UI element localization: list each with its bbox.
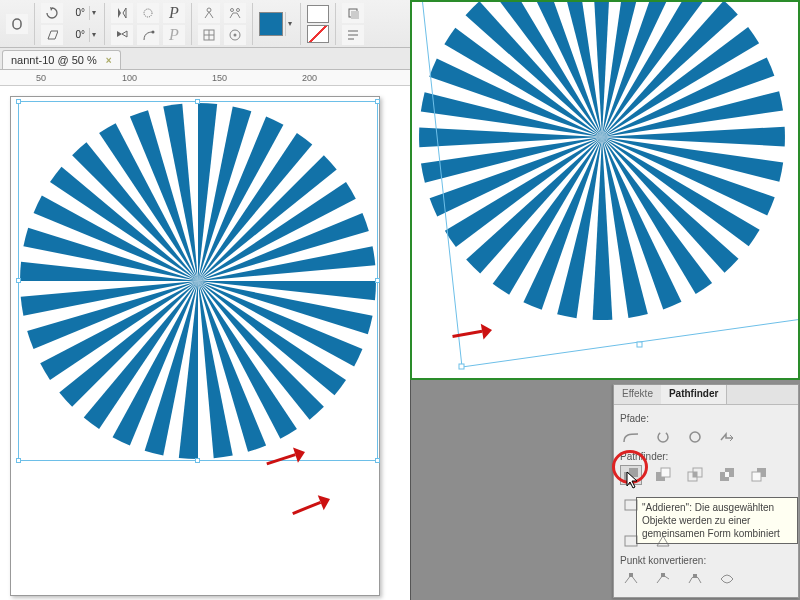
document-tab-label: nannt-10 @ 50 %	[11, 54, 97, 66]
symmetrical-point-icon[interactable]	[716, 569, 738, 589]
fill-dropdown[interactable]: ▾	[285, 12, 294, 36]
svg-rect-10	[351, 11, 359, 19]
minus-back-pathfinder-icon[interactable]	[748, 465, 770, 485]
rotation-icon	[41, 3, 63, 23]
panel-dock-area: Effekte Pathfinder Pfade: Pathfinder:	[410, 380, 800, 600]
flip-vertical-icon[interactable]	[111, 25, 133, 45]
svg-rect-27	[625, 536, 637, 546]
svg-rect-30	[693, 574, 697, 578]
stroke-swatch[interactable]	[307, 5, 329, 23]
shear-icon	[41, 25, 63, 45]
corner-point-icon[interactable]	[652, 569, 674, 589]
plain-point-icon[interactable]	[620, 569, 642, 589]
document-tab-bar: nannt-10 @ 50 % ×	[0, 48, 410, 70]
svg-rect-28	[629, 573, 633, 577]
shear-dropdown[interactable]: ▾	[89, 28, 98, 42]
main-canvas[interactable]	[0, 86, 410, 600]
convert-shape-rect-icon[interactable]	[620, 495, 642, 515]
select-prev-icon[interactable]	[198, 3, 220, 23]
corner-style-icon[interactable]	[6, 14, 28, 34]
svg-point-1	[144, 9, 152, 17]
ruler-tick-label: 50	[36, 73, 46, 83]
svg-rect-11	[459, 364, 464, 369]
options-toolbar: 0° ▾ 0° ▾ P P	[0, 0, 410, 48]
shear-value[interactable]: 0°	[65, 29, 85, 40]
paragraph-style-icon[interactable]: P	[163, 3, 185, 23]
paths-section-label: Pfade:	[620, 413, 792, 424]
svg-point-4	[231, 8, 234, 11]
panel-tab-effects[interactable]: Effekte	[614, 385, 661, 404]
svg-rect-18	[661, 468, 670, 477]
close-path-icon[interactable]	[684, 427, 706, 447]
svg-rect-29	[661, 573, 665, 577]
ruler-tick-label: 100	[122, 73, 137, 83]
convert-rect-icon[interactable]	[620, 531, 642, 551]
reverse-path-icon[interactable]	[716, 427, 738, 447]
svg-point-5	[237, 8, 240, 11]
ruler-tick-label: 200	[302, 73, 317, 83]
selection-bounding-box[interactable]	[18, 101, 378, 461]
clear-overrides-icon[interactable]: P	[163, 25, 185, 45]
svg-rect-21	[693, 472, 697, 477]
add-pathfinder-icon[interactable]	[620, 465, 642, 485]
select-container-icon[interactable]	[137, 3, 159, 23]
join-path-icon[interactable]	[620, 427, 642, 447]
fill-swatch[interactable]	[259, 12, 283, 36]
svg-rect-12	[637, 342, 642, 347]
convert-triangle-icon[interactable]	[652, 531, 674, 551]
flip-horizontal-icon[interactable]	[111, 3, 133, 23]
document-tab[interactable]: nannt-10 @ 50 % ×	[2, 50, 121, 69]
rotation-dropdown-1[interactable]: ▾	[89, 6, 98, 20]
svg-rect-24	[725, 472, 729, 477]
pathfinder-section-label: Pathfinder:	[620, 451, 792, 462]
select-next-icon[interactable]	[224, 3, 246, 23]
svg-rect-26	[752, 472, 761, 481]
intersect-pathfinder-icon[interactable]	[684, 465, 706, 485]
preview-panel	[410, 0, 800, 380]
ruler-tick-label: 150	[212, 73, 227, 83]
pathfinder-panel: Effekte Pathfinder Pfade: Pathfinder:	[613, 384, 799, 598]
svg-rect-16	[629, 468, 638, 477]
effects-icon[interactable]	[342, 3, 364, 23]
point-section-label: Punkt konvertieren:	[620, 555, 792, 566]
horizontal-ruler: 50 100 150 200	[0, 70, 410, 86]
panel-tab-pathfinder[interactable]: Pathfinder	[661, 385, 727, 404]
svg-rect-0	[13, 19, 21, 29]
select-child-icon[interactable]	[224, 25, 246, 45]
svg-point-14	[690, 432, 700, 442]
svg-point-13	[658, 432, 668, 442]
smooth-point-icon[interactable]	[684, 569, 706, 589]
no-stroke-icon[interactable]	[307, 25, 329, 43]
rotation-value-1[interactable]: 0°	[65, 7, 85, 18]
exclude-pathfinder-icon[interactable]	[716, 465, 738, 485]
svg-rect-31	[625, 500, 637, 510]
close-tab-icon[interactable]: ×	[106, 55, 112, 66]
select-parent-icon[interactable]	[198, 25, 220, 45]
select-content-icon[interactable]	[137, 25, 159, 45]
text-wrap-icon[interactable]	[342, 25, 364, 45]
svg-point-2	[152, 30, 155, 33]
svg-point-8	[234, 33, 237, 36]
open-path-icon[interactable]	[652, 427, 674, 447]
subtract-pathfinder-icon[interactable]	[652, 465, 674, 485]
